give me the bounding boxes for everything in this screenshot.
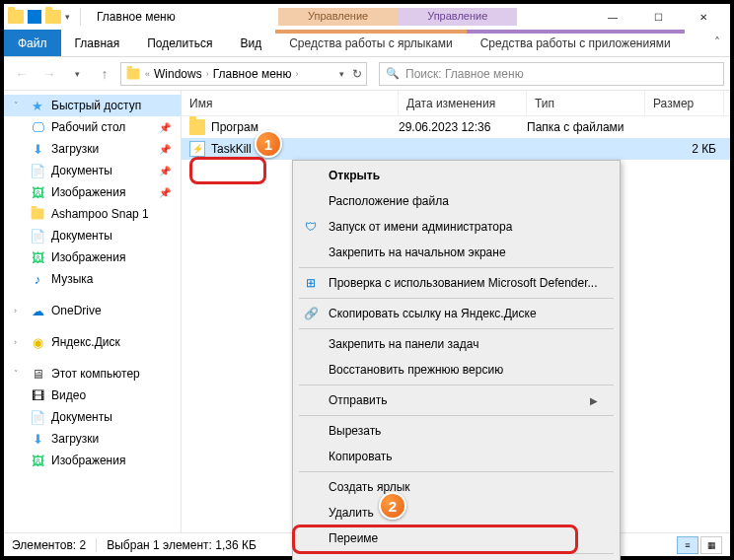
status-selection: Выбран 1 элемент: 1,36 КБ xyxy=(107,538,257,552)
documents-icon: 📄 xyxy=(30,163,45,178)
view-details-button[interactable]: ≡ xyxy=(677,536,698,554)
address-dropdown-icon[interactable]: ▾ xyxy=(339,69,344,79)
breadcrumb-main-menu[interactable]: Главное меню xyxy=(213,67,292,81)
minimize-button[interactable]: — xyxy=(590,4,635,30)
close-button[interactable]: ✕ xyxy=(681,4,726,30)
sidebar-item-label: Ashampoo Snap 1 xyxy=(51,207,149,221)
tab-view[interactable]: Вид xyxy=(226,30,275,56)
quick-access-toolbar: ▾ xyxy=(8,8,87,26)
folder-icon xyxy=(189,119,205,135)
contextual-tab-headers: Управление Управление xyxy=(278,8,517,26)
sidebar-item-label: Этот компьютер xyxy=(51,367,140,381)
column-date[interactable]: Дата изменения xyxy=(399,91,527,115)
file-name: TaskKill xyxy=(211,142,252,156)
sidebar-item-label: Документы xyxy=(51,410,112,424)
ctx-pin-taskbar[interactable]: Закрепить на панели задач xyxy=(295,331,618,357)
shield-icon: 🛡 xyxy=(303,219,319,235)
qat-dropdown-icon[interactable]: ▾ xyxy=(65,12,70,22)
blank-icon xyxy=(303,392,319,408)
sidebar-documents2[interactable]: 📄Документы xyxy=(4,225,181,246)
sidebar-pictures2[interactable]: 🖼Изображения xyxy=(4,246,181,268)
tab-home[interactable]: Главная xyxy=(61,30,134,56)
back-button[interactable]: ← xyxy=(10,62,34,86)
ctx-defender-scan[interactable]: ⊞Проверка с использованием Microsoft Def… xyxy=(295,270,618,296)
ctx-label: Отправить xyxy=(329,393,388,407)
sidebar-onedrive[interactable]: ›☁OneDrive xyxy=(4,300,181,321)
ctx-delete[interactable]: Удалить xyxy=(295,500,618,525)
sidebar-downloads2[interactable]: ⬇Загрузки xyxy=(4,428,181,450)
separator xyxy=(299,328,614,329)
blank-icon xyxy=(303,423,319,439)
separator xyxy=(299,385,614,385)
sidebar-documents[interactable]: 📄Документы📌 xyxy=(4,160,181,181)
refresh-icon[interactable]: ↻ xyxy=(352,67,362,81)
ctx-properties[interactable]: Свойства xyxy=(295,556,618,560)
callout-2-badge: 2 xyxy=(379,492,406,520)
file-date: 29.06.2023 12:36 xyxy=(399,120,527,134)
sidebar-pictures3[interactable]: 🖼Изображения xyxy=(4,450,181,471)
ctx-cut[interactable]: Вырезать xyxy=(295,418,618,444)
ctx-yandex-copy-link[interactable]: 🔗Скопировать ссылку на Яндекс.Диске xyxy=(295,301,618,326)
video-icon: 🎞 xyxy=(30,387,45,403)
documents-icon: 📄 xyxy=(30,409,45,425)
sidebar-downloads[interactable]: ⬇Загрузки📌 xyxy=(4,138,181,160)
column-type[interactable]: Тип xyxy=(527,91,645,115)
blank-icon xyxy=(303,168,319,183)
sidebar-pictures[interactable]: 🖼Изображения📌 xyxy=(4,181,181,203)
shortcut-icon: ⚡ xyxy=(189,141,205,157)
column-size[interactable]: Размер xyxy=(645,91,724,115)
breadcrumb-windows[interactable]: Windows xyxy=(154,67,202,81)
explorer-window: Управление Управление ▾ Главное меню — ☐… xyxy=(0,0,734,560)
maximize-button[interactable]: ☐ xyxy=(635,4,681,30)
tab-share[interactable]: Поделиться xyxy=(133,30,226,56)
ctx-run-admin[interactable]: 🛡Запуск от имени администратора xyxy=(295,214,618,240)
sidebar-item-label: Изображения xyxy=(51,454,125,467)
blank-icon xyxy=(303,245,319,260)
window-controls: — ☐ ✕ xyxy=(590,4,726,30)
ctx-header-shortcuts: Управление xyxy=(278,8,398,26)
recent-dropdown[interactable]: ▾ xyxy=(65,62,89,86)
pin-icon: 📌 xyxy=(159,144,171,155)
tab-shortcut-tools[interactable]: Средства работы с ярлыками xyxy=(275,30,466,56)
sidebar-desktop[interactable]: 🖵Рабочий стол📌 xyxy=(4,116,181,138)
blank-icon xyxy=(303,449,319,464)
sidebar-item-label: Загрузки xyxy=(51,142,99,156)
search-box[interactable]: 🔍 Поиск: Главное меню xyxy=(379,62,724,86)
address-bar[interactable]: « Windows › Главное меню › ▾ ↻ xyxy=(120,62,367,86)
ctx-rename[interactable]: Переиме xyxy=(295,525,618,551)
ribbon-collapse-icon[interactable]: ˄ xyxy=(704,30,730,56)
ctx-open[interactable]: Открыть xyxy=(295,163,618,188)
folder-icon xyxy=(8,10,24,24)
pictures-icon: 🖼 xyxy=(30,249,45,265)
view-icons-button[interactable]: ▦ xyxy=(700,536,722,554)
ctx-label: Закрепить на начальном экране xyxy=(329,245,506,259)
column-name[interactable]: Имя xyxy=(182,91,399,115)
sidebar-yandex[interactable]: ›◉Яндекс.Диск xyxy=(4,331,181,353)
qat-icon[interactable] xyxy=(28,10,41,24)
tab-file[interactable]: Файл xyxy=(4,30,61,56)
ctx-pin-start[interactable]: Закрепить на начальном экране xyxy=(295,240,618,265)
status-count: Элементов: 2 xyxy=(12,538,86,552)
separator xyxy=(96,538,97,552)
sidebar-music[interactable]: ♪Музыка xyxy=(4,268,181,290)
ctx-copy[interactable]: Копировать xyxy=(295,444,618,469)
sidebar-documents3[interactable]: 📄Документы xyxy=(4,406,181,428)
ctx-label: Удалить xyxy=(329,506,374,520)
sidebar-snap[interactable]: Ashampoo Snap 1 xyxy=(4,203,181,225)
sidebar-this-pc[interactable]: ˅🖥Этот компьютер xyxy=(4,363,181,385)
ctx-create-shortcut[interactable]: Создать ярлык xyxy=(295,474,618,500)
view-toggle: ≡ ▦ xyxy=(677,536,722,554)
ctx-restore-version[interactable]: Восстановить прежнюю версию xyxy=(295,357,618,383)
sidebar-quick-access[interactable]: ˅★Быстрый доступ xyxy=(4,95,181,116)
tab-app-tools[interactable]: Средства работы с приложениями xyxy=(467,30,685,56)
ctx-label: Запуск от имени администратора xyxy=(329,220,512,234)
sidebar-item-label: Документы xyxy=(51,229,112,243)
up-button[interactable]: ↑ xyxy=(93,62,116,86)
blank-icon xyxy=(303,336,319,352)
star-icon: ★ xyxy=(30,98,45,113)
sidebar-video[interactable]: 🎞Видео xyxy=(4,385,181,406)
ctx-send-to[interactable]: Отправить▶ xyxy=(295,387,618,413)
ctx-file-location[interactable]: Расположение файла xyxy=(295,188,618,214)
forward-button[interactable]: → xyxy=(37,62,61,86)
sidebar-item-label: Видео xyxy=(51,388,86,402)
